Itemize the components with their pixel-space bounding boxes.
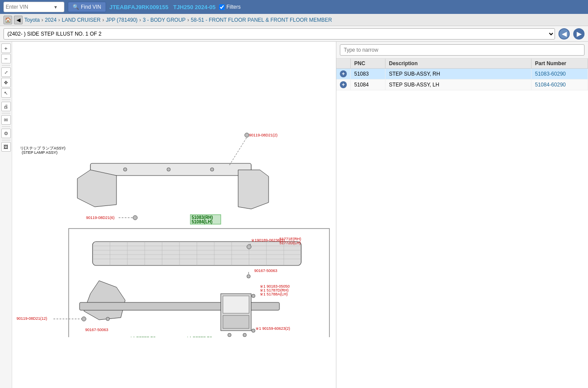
- zoom-out-button[interactable]: −: [1, 54, 11, 63]
- row-pnc: 51083: [351, 69, 385, 80]
- narrow-search-input[interactable]: [340, 44, 585, 56]
- svg-point-6: [210, 168, 214, 171]
- svg-text:リ(ステップ ランプASSY): リ(ステップ ランプASSY): [20, 146, 66, 150]
- toolbar-divider-1: [2, 65, 10, 66]
- filters-checkbox[interactable]: [219, 4, 225, 10]
- toolbar-divider-2: [2, 99, 10, 100]
- diagram-svg-container[interactable]: リ(ステップ ランプASSY) (STEP LAMP ASSY): [12, 42, 336, 388]
- illustration-bar: (2402- ) SIDE STEP ILLUST NO. 1 OF 2(240…: [0, 26, 588, 42]
- breadcrumb-2024[interactable]: 2024: [45, 17, 56, 23]
- svg-rect-40: [223, 296, 249, 313]
- toolbar-divider-5: [2, 140, 10, 140]
- row-description: STEP SUB-ASSY, RH: [385, 69, 532, 80]
- svg-point-4: [123, 168, 127, 171]
- col-header-description: Description: [385, 59, 532, 69]
- row-action-cell: +: [336, 69, 351, 80]
- svg-text:(STEP LAMP ASSY): (STEP LAMP ASSY): [22, 150, 57, 155]
- svg-point-10: [133, 216, 137, 220]
- row-description: STEP SUB-ASSY, LH: [385, 80, 532, 90]
- main-layout: + − ⤢ ✥ ↖ 🖨 ✉ ⚙ 🖼 リ(ステップ ランプASSY) (STEP …: [0, 42, 588, 388]
- vin-dropdown-arrow[interactable]: ▼: [53, 5, 58, 10]
- svg-text:※190189-06236(2): ※190189-06236(2): [251, 238, 285, 242]
- parts-table-body: + 51083 STEP SUB-ASSY, RH 51083-60290 + …: [336, 69, 588, 90]
- filters-label: Filters: [226, 4, 241, 10]
- image-button[interactable]: 🖼: [1, 142, 11, 152]
- svg-text:90119-08D21(12): 90119-08D21(12): [17, 316, 47, 321]
- svg-point-43: [243, 333, 246, 337]
- search-box-area: [336, 42, 588, 59]
- next-illustration-button[interactable]: ▶: [573, 28, 585, 40]
- parts-table: PNC Description Part Number + 51083 STEP…: [336, 59, 588, 90]
- add-to-cart-button[interactable]: +: [340, 81, 347, 88]
- col-header-part-number: Part Number: [532, 59, 588, 69]
- svg-point-47: [252, 294, 255, 298]
- svg-point-35: [247, 245, 251, 249]
- svg-text:90167-50063: 90167-50063: [254, 269, 277, 273]
- col-header-action: [336, 59, 351, 69]
- part-number-link[interactable]: 51084-60290: [535, 82, 566, 88]
- svg-point-51: [82, 317, 86, 321]
- diagram-area: リ(ステップ ランプASSY) (STEP LAMP ASSY): [12, 42, 336, 388]
- table-row[interactable]: + 51083 STEP SUB-ASSY, RH 51083-60290: [336, 69, 588, 80]
- select-button[interactable]: ↖: [1, 88, 11, 98]
- svg-text:※1 51788A(LH): ※1 51788A(LH): [260, 292, 288, 296]
- row-action-cell: +: [336, 80, 351, 90]
- svg-text:※1 REFER TO: ※1 REFER TO: [130, 336, 156, 337]
- find-vin-label: Find VIN: [81, 4, 101, 10]
- filters-toggle[interactable]: Filters: [219, 4, 241, 10]
- svg-text:※1 90159-60623(2): ※1 90159-60623(2): [256, 326, 290, 331]
- print-button[interactable]: 🖨: [1, 102, 11, 111]
- breadcrumb-bar: 🏠 ◀ Toyota › 2024 › LAND CRUISER › JPP (…: [0, 14, 588, 26]
- col-header-pnc: PNC: [351, 59, 385, 69]
- svg-point-49: [247, 275, 250, 278]
- svg-text:90167-50063: 90167-50063: [85, 328, 108, 332]
- svg-text:51084(LH): 51084(LH): [192, 219, 213, 224]
- breadcrumb-toyota[interactable]: Toyota: [24, 17, 40, 23]
- search-icon: 🔍: [73, 4, 79, 10]
- svg-text:※1 REFER TO: ※1 REFER TO: [186, 336, 213, 337]
- svg-rect-41: [223, 315, 249, 328]
- right-panel: PNC Description Part Number + 51083 STEP…: [336, 42, 588, 388]
- pan-button[interactable]: ✥: [1, 78, 11, 87]
- top-bar: ▼ 🔍 Find VIN JTEABFAJ9RK009155 TJH250 20…: [0, 0, 588, 14]
- svg-point-55: [106, 317, 110, 321]
- vin-input-wrapper: ▼: [3, 2, 64, 12]
- left-toolbar: + − ⤢ ✥ ↖ 🖨 ✉ ⚙ 🖼: [0, 42, 12, 388]
- home-button[interactable]: 🏠: [3, 16, 12, 24]
- row-part-number: 51084-60290: [532, 80, 588, 90]
- svg-point-64: [252, 329, 255, 332]
- breadcrumb-landcruiser[interactable]: LAND CRUISER: [62, 17, 100, 23]
- svg-point-8: [245, 133, 249, 137]
- prev-illustration-button[interactable]: ◀: [558, 28, 570, 40]
- table-row[interactable]: + 51084 STEP SUB-ASSY, LH 51084-60290: [336, 80, 588, 90]
- svg-point-42: [228, 333, 231, 337]
- svg-text:90119-08D21(2): 90119-08D21(2): [249, 133, 278, 137]
- zoom-in-button[interactable]: +: [1, 43, 11, 53]
- svg-text:90119-08D21(6): 90119-08D21(6): [86, 216, 115, 220]
- table-header-row: PNC Description Part Number: [336, 59, 588, 69]
- breadcrumb-body-group[interactable]: 3 - BODY GROUP: [143, 17, 186, 23]
- svg-point-5: [167, 168, 170, 171]
- email-button[interactable]: ✉: [1, 115, 11, 125]
- vin-input[interactable]: [6, 4, 53, 10]
- toolbar-divider-3: [2, 113, 10, 113]
- vin-number-link[interactable]: JTEABFAJ9RK009155 TJH250 2024-05: [110, 4, 216, 10]
- add-to-cart-button[interactable]: +: [340, 70, 347, 77]
- toolbar-divider-4: [2, 126, 10, 127]
- row-part-number: 51083-60290: [532, 69, 588, 80]
- fit-page-button[interactable]: ⤢: [1, 67, 11, 77]
- parts-table-container: PNC Description Part Number + 51083 STEP…: [336, 59, 588, 388]
- settings-button[interactable]: ⚙: [1, 129, 11, 138]
- illustration-selector[interactable]: (2402- ) SIDE STEP ILLUST NO. 1 OF 2(240…: [3, 28, 555, 40]
- svg-text:※1 90183-05050: ※1 90183-05050: [260, 284, 290, 289]
- find-vin-button[interactable]: 🔍 Find VIN: [68, 2, 106, 12]
- back-button[interactable]: ◀: [14, 16, 23, 24]
- part-number-link[interactable]: 51083-60290: [535, 71, 566, 77]
- parts-diagram-svg: リ(ステップ ランプASSY) (STEP LAMP ASSY): [12, 42, 334, 337]
- breadcrumb-jpp[interactable]: JPP (781490): [106, 17, 137, 23]
- breadcrumb-floor-panel[interactable]: 58-51 - FRONT FLOOR PANEL & FRONT FLOOR …: [191, 17, 332, 23]
- row-pnc: 51084: [351, 80, 385, 90]
- svg-rect-3: [90, 163, 251, 176]
